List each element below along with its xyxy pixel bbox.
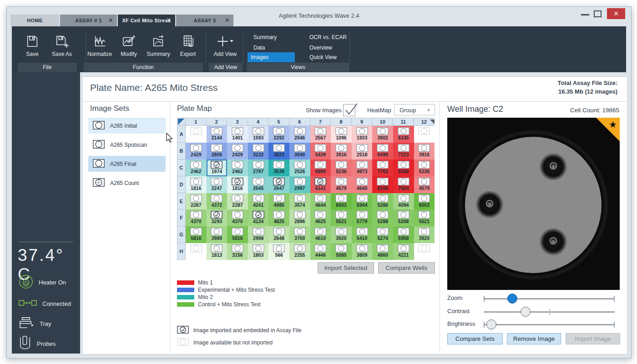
close-icon[interactable]: ✕ [108, 15, 113, 26]
plate-well-B4[interactable]: 3132 [248, 143, 269, 160]
plate-well-B12[interactable]: 3916 [414, 143, 435, 160]
plate-well-G2[interactable]: 3989 [207, 226, 228, 243]
plate-well-C12[interactable]: 5236 [414, 160, 435, 176]
plate-well-G9[interactable]: 5410 [352, 226, 373, 243]
plate-col-header-10[interactable]: 10 [372, 118, 393, 126]
plate-well-D12[interactable]: 4579 [414, 176, 435, 193]
plate-select-all[interactable] [177, 118, 186, 126]
plate-well-F12[interactable]: 5521 [414, 209, 435, 226]
plate-well-F9[interactable]: 5779 [352, 209, 373, 226]
plate-well-B11[interactable]: 7223 [393, 143, 414, 160]
plate-well-D1[interactable]: 1816 [186, 176, 207, 193]
add-view-button[interactable]: Add View [211, 35, 240, 57]
plate-well-H6[interactable]: 2255 [289, 243, 310, 260]
plate-well-E1[interactable]: 2287 [186, 193, 207, 210]
image-set-item-a265-count[interactable]: A265 Count [88, 175, 166, 191]
plate-row-header-B[interactable]: B [177, 143, 186, 160]
view-item-overview[interactable]: Overview [306, 43, 359, 53]
plate-col-header-3[interactable]: 3 [227, 118, 248, 126]
plate-well-F8[interactable]: 5521 [331, 209, 352, 226]
plate-well-H9[interactable]: 3809 [352, 243, 373, 260]
tab-assay-3[interactable]: ASSAY 3✕ [176, 15, 233, 26]
plate-well-B3[interactable]: 2429 [227, 143, 248, 160]
show-images-checkbox[interactable] [343, 104, 355, 116]
plate-well-C1[interactable]: 2462 [186, 160, 207, 176]
plate-row-header-A[interactable]: A [177, 126, 186, 143]
plate-well-A1[interactable] [186, 126, 207, 143]
plate-well-E12[interactable]: 6503 [414, 193, 435, 210]
plate-well-E4[interactable]: 4241 [248, 193, 269, 210]
compare-sets-button[interactable]: Compare Sets [447, 333, 503, 344]
plate-well-G1[interactable]: 5816 [186, 226, 207, 243]
normalize-button[interactable]: Normalize [85, 35, 114, 57]
plate-well-E8[interactable]: 6503 [331, 193, 352, 210]
plate-well-H4[interactable]: 1803 [248, 243, 269, 260]
remove-image-button[interactable]: Remove Image [507, 333, 561, 344]
plate-row-header-D[interactable]: D [177, 176, 186, 193]
plate-well-A9[interactable]: 1933 [352, 126, 373, 143]
plate-well-E6[interactable]: 3574 [289, 193, 310, 210]
plate-well-F1[interactable]: 4370 [186, 209, 207, 226]
plate-row-header-E[interactable]: E [177, 193, 186, 210]
close-icon[interactable]: ✕ [225, 15, 230, 26]
plate-well-G7[interactable]: 4610 [310, 226, 331, 243]
plate-well-C9[interactable]: 4873 [352, 160, 373, 176]
plate-row-header-F[interactable]: F [177, 209, 186, 226]
tab-assay-1[interactable]: ASSAY # 1✕ [60, 15, 117, 26]
plate-col-header-5[interactable]: 5 [268, 118, 289, 126]
plate-well-C5[interactable]: 3539 [268, 160, 289, 176]
plate-col-header-9[interactable]: 9 [352, 118, 373, 126]
maximize-button[interactable] [594, 10, 602, 17]
plate-well-B1[interactable]: 2429 [186, 143, 207, 160]
plate-col-header-4[interactable]: 4 [248, 118, 269, 126]
plate-well-B7[interactable]: 5439 [310, 143, 331, 160]
plate-col-header-8[interactable]: 8 [331, 118, 352, 126]
plate-well-D4[interactable]: 2645 [248, 176, 269, 193]
plate-well-H2[interactable]: 1813 [207, 243, 228, 260]
plate-col-header-11[interactable]: 11 [393, 118, 414, 126]
plate-well-B5[interactable]: 3823 [268, 143, 289, 160]
tab-xf-cell-mito-stress[interactable]: XF Cell Mito Stress✕ [118, 15, 175, 26]
plate-well-H7[interactable]: 4446 [310, 243, 331, 260]
plate-row-header-C[interactable]: C [177, 160, 186, 176]
plate-well-C8[interactable]: 5236 [331, 160, 352, 176]
minimize-button[interactable] [581, 14, 589, 15]
summary-button[interactable]: Summary [144, 35, 173, 57]
plate-well-C11[interactable]: 8168 [393, 160, 414, 176]
plate-well-D5[interactable]: 2647 [268, 176, 289, 193]
compare-wells-button[interactable]: Compare Wells [378, 262, 435, 274]
plate-well-E10[interactable]: 5286 [372, 193, 393, 210]
plate-well-B6[interactable]: 3040 [289, 143, 310, 160]
export-button[interactable]: Export [173, 35, 202, 57]
plate-well-E2[interactable]: 4372 [207, 193, 228, 210]
contrast-slider[interactable] [484, 311, 615, 313]
plate-well-F4[interactable]: 4134 [248, 209, 269, 226]
plate-well-F2[interactable]: 3293 [207, 209, 228, 226]
plate-well-E3[interactable]: 2287 [227, 193, 248, 210]
close-button[interactable]: ✕ [607, 8, 625, 19]
plate-well-H8[interactable]: 5085 [331, 243, 352, 260]
plate-well-F7[interactable]: 4625 [310, 209, 331, 226]
plate-row-header-H[interactable]: H [177, 243, 186, 260]
plate-well-F6[interactable]: 2896 [289, 209, 310, 226]
view-item-summary[interactable]: Summary [250, 32, 303, 42]
image-set-item-a265-spotscan[interactable]: A265 Spotscan [88, 137, 166, 153]
image-set-item-a265-final[interactable]: A265 Final [88, 156, 166, 172]
plate-well-F11[interactable]: 5208 [393, 209, 414, 226]
save-as-button[interactable]: Save As [47, 35, 76, 57]
plate-well-D3[interactable]: 1816 [227, 176, 248, 193]
plate-well-C4[interactable]: 2797 [248, 160, 269, 176]
plate-row-header-G[interactable]: G [177, 226, 186, 243]
view-item-images[interactable]: Images [248, 52, 295, 62]
plate-well-A3[interactable]: 1401 [227, 126, 248, 143]
plate-col-header-2[interactable]: 2 [207, 118, 228, 126]
plate-well-F5[interactable]: 4825 [268, 209, 289, 226]
plate-well-H1[interactable] [186, 243, 207, 260]
plate-well-D2[interactable]: 2247 [207, 176, 228, 193]
plate-well-D8[interactable]: 4579 [331, 176, 352, 193]
zoom-slider[interactable] [484, 298, 615, 299]
plate-well-H12[interactable] [414, 243, 435, 260]
import-selected-button[interactable]: Import Selected [318, 262, 374, 274]
plate-well-G3[interactable]: 5816 [227, 226, 248, 243]
plate-well-C3[interactable]: 2462 [227, 160, 248, 176]
